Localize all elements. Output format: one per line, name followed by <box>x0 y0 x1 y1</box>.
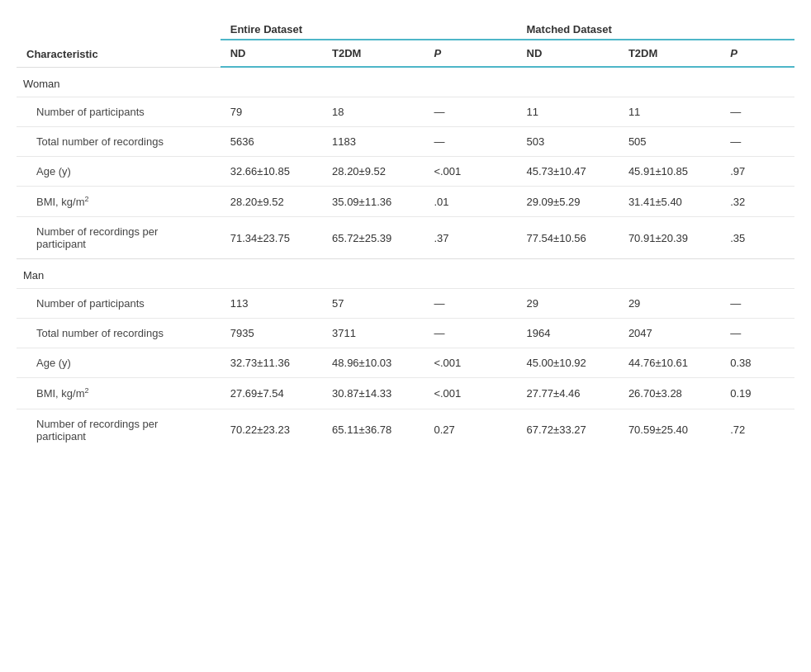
nd2-value: 29 <box>517 289 619 319</box>
p2-value: — <box>720 289 794 319</box>
p2-value: 0.38 <box>720 348 794 378</box>
t2dm2-value: 70.91±20.39 <box>619 217 720 259</box>
nd2-value: 11 <box>517 97 619 127</box>
t2dm1-value: 28.20±9.52 <box>322 157 424 187</box>
section-row: Man <box>17 259 794 289</box>
nd1-value: 32.73±11.36 <box>221 348 322 378</box>
t2dm1-value: 30.87±14.33 <box>322 378 424 409</box>
row-label: Number of participants <box>17 289 221 319</box>
data-table: Characteristic Entire Dataset Matched Da… <box>17 17 794 451</box>
p2-value: 0.19 <box>720 378 794 409</box>
t2dm2-value: 29 <box>619 289 720 319</box>
row-label: Number of recordings per participant <box>17 409 221 451</box>
row-label: Number of participants <box>17 97 221 127</box>
nd2-value: 503 <box>517 127 619 157</box>
table-row: Number of participants 113 57 — 29 29 — <box>17 289 794 319</box>
p1-value: 0.27 <box>424 409 498 451</box>
table-row: Age (y) 32.73±11.36 48.96±10.03 <.001 45… <box>17 348 794 378</box>
nd2-value: 77.54±10.56 <box>517 217 619 259</box>
table-row: BMI, kg/m2 27.69±7.54 30.87±14.33 <.001 … <box>17 378 794 409</box>
nd1-value: 113 <box>221 289 322 319</box>
table-row: Total number of recordings 7935 3711 — 1… <box>17 319 794 348</box>
table-row: Number of recordings per participant 70.… <box>17 409 794 451</box>
characteristic-header: Characteristic <box>17 17 221 67</box>
p2-value: .32 <box>720 187 794 217</box>
p2-value: .72 <box>720 409 794 451</box>
t2dm2-value: 45.91±10.85 <box>619 157 720 187</box>
nd2-value: 29.09±5.29 <box>517 187 619 217</box>
t2dm2-value: 44.76±10.61 <box>619 348 720 378</box>
nd1-value: 27.69±7.54 <box>221 378 322 409</box>
t2dm2-value: 70.59±25.40 <box>619 409 720 451</box>
nd1-value: 5636 <box>221 127 322 157</box>
table-row: BMI, kg/m2 28.20±9.52 35.09±11.36 .01 29… <box>17 187 794 217</box>
nd2-value: 27.77±4.46 <box>517 378 619 409</box>
p2-value: — <box>720 127 794 157</box>
nd1-value: 28.20±9.52 <box>221 187 322 217</box>
p2-value: .97 <box>720 157 794 187</box>
row-label: Total number of recordings <box>17 127 221 157</box>
row-label: Number of recordings per participant <box>17 217 221 259</box>
p2-value: — <box>720 97 794 127</box>
p1-value: — <box>424 289 498 319</box>
t2dm1-value: 3711 <box>322 319 424 348</box>
group-header-row: Characteristic Entire Dataset Matched Da… <box>17 17 794 40</box>
t2dm2-value: 26.70±3.28 <box>619 378 720 409</box>
t2dm1-value: 48.96±10.03 <box>322 348 424 378</box>
t2dm2-value: 31.41±5.40 <box>619 187 720 217</box>
table-row: Number of participants 79 18 — 11 11 — <box>17 97 794 127</box>
p1-header: P <box>424 40 498 67</box>
row-label: Age (y) <box>17 157 221 187</box>
p1-value: — <box>424 97 498 127</box>
nd2-value: 45.73±10.47 <box>517 157 619 187</box>
nd1-value: 32.66±10.85 <box>221 157 322 187</box>
p1-value: .37 <box>424 217 498 259</box>
t2dm1-value: 35.09±11.36 <box>322 187 424 217</box>
row-label: BMI, kg/m2 <box>17 187 221 217</box>
p1-value: — <box>424 127 498 157</box>
p1-value: — <box>424 319 498 348</box>
p1-value: <.001 <box>424 157 498 187</box>
nd1-header: ND <box>221 40 322 67</box>
row-label: Total number of recordings <box>17 319 221 348</box>
t2dm1-value: 18 <box>322 97 424 127</box>
p2-value: .35 <box>720 217 794 259</box>
row-label: Age (y) <box>17 348 221 378</box>
t2dm1-value: 65.72±25.39 <box>322 217 424 259</box>
t2dm2-value: 505 <box>619 127 720 157</box>
t2dm1-header: T2DM <box>322 40 424 67</box>
entire-dataset-header: Entire Dataset <box>221 17 498 40</box>
t2dm2-value: 2047 <box>619 319 720 348</box>
nd2-value: 67.72±33.27 <box>517 409 619 451</box>
nd1-value: 70.22±23.23 <box>221 409 322 451</box>
nd1-value: 79 <box>221 97 322 127</box>
t2dm1-value: 1183 <box>322 127 424 157</box>
t2dm1-value: 57 <box>322 289 424 319</box>
p1-value: <.001 <box>424 348 498 378</box>
nd1-value: 71.34±23.75 <box>221 217 322 259</box>
p1-value: .01 <box>424 187 498 217</box>
t2dm2-value: 11 <box>619 97 720 127</box>
row-label: BMI, kg/m2 <box>17 378 221 409</box>
matched-dataset-header: Matched Dataset <box>517 17 794 40</box>
table-row: Age (y) 32.66±10.85 28.20±9.52 <.001 45.… <box>17 157 794 187</box>
table-row: Number of recordings per participant 71.… <box>17 217 794 259</box>
nd2-header: ND <box>517 40 619 67</box>
p1-value: <.001 <box>424 378 498 409</box>
t2dm1-value: 65.11±36.78 <box>322 409 424 451</box>
nd2-value: 1964 <box>517 319 619 348</box>
nd1-value: 7935 <box>221 319 322 348</box>
table-row: Total number of recordings 5636 1183 — 5… <box>17 127 794 157</box>
p2-header: P <box>720 40 794 67</box>
p2-value: — <box>720 319 794 348</box>
section-row: Woman <box>17 67 794 97</box>
nd2-value: 45.00±10.92 <box>517 348 619 378</box>
t2dm2-header: T2DM <box>619 40 720 67</box>
